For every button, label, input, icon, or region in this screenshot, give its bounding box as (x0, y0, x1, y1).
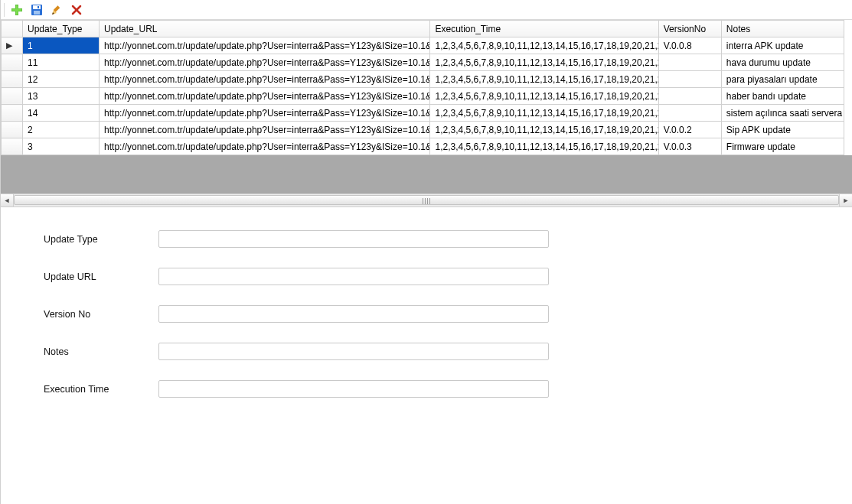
cell-url[interactable]: http://yonnet.com.tr/update/update.php?U… (100, 71, 430, 88)
table-row[interactable]: 11http://yonnet.com.tr/update/update.php… (2, 54, 844, 71)
delete-button[interactable] (69, 2, 84, 18)
cell-notes[interactable]: hava durumu update (721, 54, 844, 71)
cell-ver[interactable] (658, 88, 721, 105)
cell-url[interactable]: http://yonnet.com.tr/update/update.php?U… (100, 37, 430, 54)
cell-exec[interactable]: 1,2,3,4,5,6,7,8,9,10,11,12,13,14,15,16,1… (430, 88, 658, 105)
row-indicator[interactable] (2, 138, 23, 155)
cell-type[interactable]: 12 (23, 71, 100, 88)
input-version-no[interactable] (158, 305, 549, 323)
cell-type[interactable]: 14 (23, 105, 100, 122)
cell-notes[interactable]: para piyasaları update (721, 71, 844, 88)
cell-type[interactable]: 3 (23, 138, 100, 155)
grid-header-notes[interactable]: Notes (721, 21, 844, 37)
floppy-disk-icon (31, 4, 43, 16)
label-version-no: Version No (44, 309, 158, 320)
cell-exec[interactable]: 1,2,3,4,5,6,7,8,9,10,11,12,13,14,15,16,1… (430, 105, 658, 122)
cell-ver[interactable] (658, 54, 721, 71)
table-row[interactable]: 2http://yonnet.com.tr/update/update.php?… (2, 122, 844, 138)
svg-rect-3 (12, 8, 22, 11)
input-update-type[interactable] (158, 230, 549, 248)
cell-url[interactable]: http://yonnet.com.tr/update/update.php?U… (100, 105, 430, 122)
cell-exec[interactable]: 1,2,3,4,5,6,7,8,9,10,11,12,13,14,15,16,1… (430, 138, 658, 155)
plus-icon (11, 4, 23, 16)
cell-ver[interactable]: V.0.0.3 (658, 138, 721, 155)
scroll-left-arrow-icon[interactable]: ◄ (1, 194, 14, 206)
cell-ver[interactable]: V.0.0.2 (658, 122, 721, 138)
form-row-notes: Notes (44, 343, 852, 360)
grid-header-row: Update_Type Update_URL Execution_Time Ve… (2, 21, 844, 37)
edit-button[interactable] (49, 2, 64, 18)
cell-url[interactable]: http://yonnet.com.tr/update/update.php?U… (100, 138, 430, 155)
svg-rect-5 (33, 5, 41, 9)
grid-header-url[interactable]: Update_URL (100, 21, 430, 37)
app-window: Update_Type Update_URL Execution_Time Ve… (0, 0, 852, 504)
cell-exec[interactable]: 1,2,3,4,5,6,7,8,9,10,11,12,13,14,15,16,1… (430, 37, 658, 54)
form-row-exec: Execution Time (44, 380, 852, 398)
input-update-url[interactable] (158, 268, 549, 285)
svg-rect-6 (34, 11, 40, 15)
x-icon (70, 4, 83, 16)
cell-ver[interactable]: V.0.0.8 (658, 37, 721, 54)
cell-notes[interactable]: Firmware update (721, 138, 844, 155)
grid-header-type[interactable]: Update_Type (23, 21, 100, 37)
input-notes[interactable] (158, 343, 549, 360)
table-row[interactable]: 14http://yonnet.com.tr/update/update.php… (2, 105, 844, 122)
data-grid-scroll[interactable]: Update_Type Update_URL Execution_Time Ve… (1, 20, 852, 193)
add-button[interactable] (9, 2, 24, 18)
table-row[interactable]: 13http://yonnet.com.tr/update/update.php… (2, 88, 844, 105)
grid-header-exec[interactable]: Execution_Time (430, 21, 658, 37)
row-indicator[interactable]: ▶ (2, 37, 23, 54)
pencil-icon (51, 4, 63, 16)
cell-exec[interactable]: 1,2,3,4,5,6,7,8,9,10,11,12,13,14,15,16,1… (430, 122, 658, 138)
svg-rect-7 (38, 6, 39, 8)
label-notes: Notes (44, 346, 158, 357)
cell-type[interactable]: 11 (23, 54, 100, 71)
form-row-type: Update Type (44, 230, 852, 248)
table-row[interactable]: 12http://yonnet.com.tr/update/update.php… (2, 71, 844, 88)
grid-header-ver[interactable]: VersionNo (658, 21, 721, 37)
cell-exec[interactable]: 1,2,3,4,5,6,7,8,9,10,11,12,13,14,15,16,1… (430, 54, 658, 71)
cell-url[interactable]: http://yonnet.com.tr/update/update.php?U… (100, 88, 430, 105)
scrollbar-thumb[interactable] (14, 195, 839, 205)
scrollbar-track[interactable] (14, 194, 839, 206)
table-row[interactable]: ▶1http://yonnet.com.tr/update/update.php… (2, 37, 844, 54)
row-indicator[interactable] (2, 88, 23, 105)
label-execution-time: Execution Time (44, 384, 158, 395)
detail-form: Update Type Update URL Version No Notes … (1, 207, 852, 504)
form-row-ver: Version No (44, 305, 852, 323)
toolbar-separator (4, 3, 5, 17)
save-button[interactable] (29, 2, 44, 18)
scroll-right-arrow-icon[interactable]: ► (839, 194, 852, 206)
horizontal-scrollbar[interactable]: ◄ ► (1, 193, 852, 206)
row-indicator[interactable] (2, 54, 23, 71)
grid-empty-area (1, 155, 852, 193)
cell-exec[interactable]: 1,2,3,4,5,6,7,8,9,10,11,12,13,14,15,16,1… (430, 71, 658, 88)
input-execution-time[interactable] (158, 380, 549, 398)
row-indicator[interactable] (2, 105, 23, 122)
table-row[interactable]: 3http://yonnet.com.tr/update/update.php?… (2, 138, 844, 155)
row-indicator[interactable] (2, 122, 23, 138)
cell-url[interactable]: http://yonnet.com.tr/update/update.php?U… (100, 54, 430, 71)
cell-notes[interactable]: Sip APK update (721, 122, 844, 138)
label-update-url: Update URL (44, 272, 158, 282)
row-indicator[interactable] (2, 71, 23, 88)
cell-ver[interactable] (658, 105, 721, 122)
grid-header-indicator[interactable] (2, 21, 23, 37)
scrollbar-grip-icon (423, 198, 430, 204)
label-update-type: Update Type (44, 234, 158, 245)
cell-notes[interactable]: interra APK update (721, 37, 844, 54)
cell-ver[interactable] (658, 71, 721, 88)
data-grid[interactable]: Update_Type Update_URL Execution_Time Ve… (1, 20, 844, 155)
form-row-url: Update URL (44, 268, 852, 285)
cell-notes[interactable]: sistem açılınca saati servera sor (721, 105, 844, 122)
data-grid-container: Update_Type Update_URL Execution_Time Ve… (1, 20, 852, 207)
cell-type[interactable]: 1 (23, 37, 100, 54)
cell-url[interactable]: http://yonnet.com.tr/update/update.php?U… (100, 122, 430, 138)
cell-type[interactable]: 2 (23, 122, 100, 138)
cell-type[interactable]: 13 (23, 88, 100, 105)
toolbar (1, 0, 852, 20)
cell-notes[interactable]: haber bandı update (721, 88, 844, 105)
